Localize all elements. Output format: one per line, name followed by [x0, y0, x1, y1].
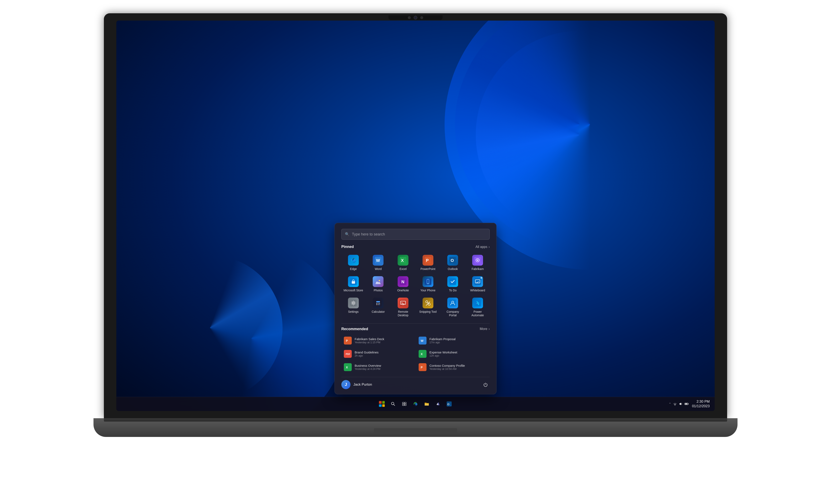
- svg-text:X: X: [346, 366, 348, 369]
- swirl-3: [476, 31, 684, 239]
- desktop: 🔍 Type here to search Pinned All apps ›: [116, 21, 715, 411]
- excel-label: Excel: [400, 267, 407, 271]
- rec-item-fabrikam-sales[interactable]: P Fabrikam Sales Deck Yesterday at 1:15 …: [341, 334, 415, 347]
- taskbar-teams[interactable]: [433, 399, 442, 409]
- svg-text:PDF: PDF: [346, 353, 350, 355]
- win-yellow: [382, 404, 385, 407]
- companyportal-icon: [447, 298, 458, 308]
- start-button[interactable]: [377, 399, 386, 409]
- camera-lens: [413, 16, 418, 20]
- svg-rect-51: [402, 402, 404, 404]
- rec-item-fabrikam-proposal[interactable]: W Fabrikam Proposal 17m ago: [416, 334, 490, 347]
- user-info[interactable]: J Jack Purton: [341, 380, 372, 389]
- taskbar-time-display: 2:30 PM: [692, 399, 710, 404]
- taskbar-clock[interactable]: 2:30 PM 01/12/2023: [692, 399, 710, 409]
- taskbar-outlook2[interactable]: O: [445, 399, 454, 409]
- app-yourphone[interactable]: Your Phone: [416, 274, 440, 294]
- user-row: J Jack Purton: [341, 377, 490, 389]
- touchpad[interactable]: [374, 428, 457, 434]
- calculator-label: Calculator: [372, 310, 385, 314]
- todo-icon: [447, 276, 458, 287]
- rec-name-brand-guidelines: Brand Guidelines: [355, 351, 378, 354]
- win-blue: [379, 404, 382, 407]
- swirl-left2: [137, 255, 283, 401]
- all-apps-link[interactable]: All apps ›: [476, 245, 490, 249]
- taskbar-explorer[interactable]: [422, 399, 431, 409]
- rec-icon-brand-guidelines: PDF: [344, 350, 352, 358]
- screen-bezel: 🔍 Type here to search Pinned All apps ›: [116, 21, 715, 411]
- svg-rect-30: [376, 304, 377, 305]
- taskbar-search[interactable]: [389, 399, 398, 409]
- rec-time-contoso-profile: Yesterday at 10:50 AM: [429, 367, 465, 370]
- search-bar[interactable]: 🔍 Type here to search: [341, 229, 490, 240]
- app-outlook[interactable]: O Outlook: [441, 252, 465, 273]
- rec-item-brand-guidelines[interactable]: PDF Brand Guidelines 2h ago: [341, 348, 415, 360]
- laptop: 🔍 Type here to search Pinned All apps ›: [83, 13, 748, 491]
- svg-point-58: [675, 405, 675, 406]
- taskbar-taskview[interactable]: [400, 399, 409, 409]
- rec-name-contoso-profile: Contoso Company Profile: [429, 364, 465, 367]
- app-excel[interactable]: X Excel: [391, 252, 415, 273]
- taskbar: O ⌃: [116, 397, 715, 411]
- rec-icon-fabrikam-sales: P: [344, 337, 352, 345]
- svg-rect-28: [378, 303, 378, 304]
- power-button[interactable]: [481, 380, 490, 389]
- app-companyportal[interactable]: Company Portal: [441, 295, 465, 319]
- svg-rect-27: [376, 303, 377, 304]
- camera-indicator2: [420, 16, 423, 19]
- taskbar-edge[interactable]: [411, 399, 420, 409]
- app-powerautomate[interactable]: Power Automate: [465, 295, 490, 319]
- app-edge[interactable]: Edge: [341, 252, 366, 273]
- store-icon: [348, 276, 359, 287]
- svg-point-50: [392, 402, 394, 405]
- outlook-label: Outlook: [448, 267, 458, 271]
- tray-chevron[interactable]: ⌃: [669, 402, 671, 406]
- svg-point-39: [428, 303, 430, 305]
- svg-text:O: O: [451, 258, 454, 263]
- rec-time-business-overview: Yesterday at 4:24 PM: [355, 367, 381, 370]
- settings-icon: [348, 298, 359, 308]
- app-powerpoint[interactable]: P PowerPoint: [416, 252, 440, 273]
- svg-text:W: W: [376, 258, 380, 263]
- app-store[interactable]: Microsoft Store: [341, 274, 366, 294]
- wifi-icon: [673, 402, 677, 406]
- app-calculator[interactable]: Calculator: [366, 295, 390, 319]
- edge-label: Edge: [350, 267, 357, 271]
- photos-label: Photos: [374, 289, 383, 292]
- svg-point-38: [426, 301, 428, 303]
- rec-info-fabrikam-sales: Fabrikam Sales Deck Yesterday at 1:15 PM: [355, 337, 384, 344]
- calculator-icon: [373, 298, 383, 308]
- rec-icon-fabrikam-proposal: W: [419, 337, 427, 345]
- svg-text:W: W: [421, 339, 424, 343]
- rec-item-contoso-profile[interactable]: P Contoso Company Profile Yesterday at 1…: [416, 361, 490, 373]
- app-settings[interactable]: Settings: [341, 295, 366, 319]
- taskbar-right: ⌃: [669, 399, 710, 409]
- rec-name-fabrikam-proposal: Fabrikam Proposal: [429, 337, 456, 341]
- svg-text:X: X: [421, 352, 423, 356]
- volume-icon: [679, 402, 683, 406]
- svg-rect-23: [350, 300, 357, 306]
- app-whiteboard[interactable]: Whiteboard: [465, 274, 490, 294]
- app-onenote[interactable]: N OneNote: [391, 274, 415, 294]
- app-word[interactable]: W Word: [366, 252, 390, 273]
- todo-label: To Do: [449, 289, 457, 292]
- yourphone-label: Your Phone: [420, 289, 435, 292]
- rec-name-fabrikam-sales: Fabrikam Sales Deck: [355, 337, 384, 341]
- rec-item-expense-worksheet[interactable]: X Expense Worksheet 12h ago: [416, 348, 490, 360]
- system-tray-icons: ⌃: [669, 402, 689, 406]
- rec-item-business-overview[interactable]: X Business Overview Yesterday at 4:24 PM: [341, 361, 415, 373]
- svg-rect-32: [379, 304, 380, 305]
- app-todo[interactable]: To Do: [441, 274, 465, 294]
- app-remotedesktop[interactable]: Remote Desktop: [391, 295, 415, 319]
- recommended-title: Recommended: [341, 327, 368, 331]
- rec-name-business-overview: Business Overview: [355, 364, 381, 367]
- app-photos[interactable]: Photos: [366, 274, 390, 294]
- app-snipping[interactable]: Snipping Tool: [416, 295, 440, 319]
- taskbar-center: O: [377, 399, 454, 409]
- rec-icon-contoso-profile: P: [419, 363, 427, 371]
- app-fabrikam[interactable]: Fabrikam: [465, 252, 490, 273]
- windows-logo: [379, 401, 385, 407]
- word-label: Word: [375, 267, 382, 271]
- more-link[interactable]: More ›: [480, 327, 490, 331]
- edge-icon: [348, 255, 359, 266]
